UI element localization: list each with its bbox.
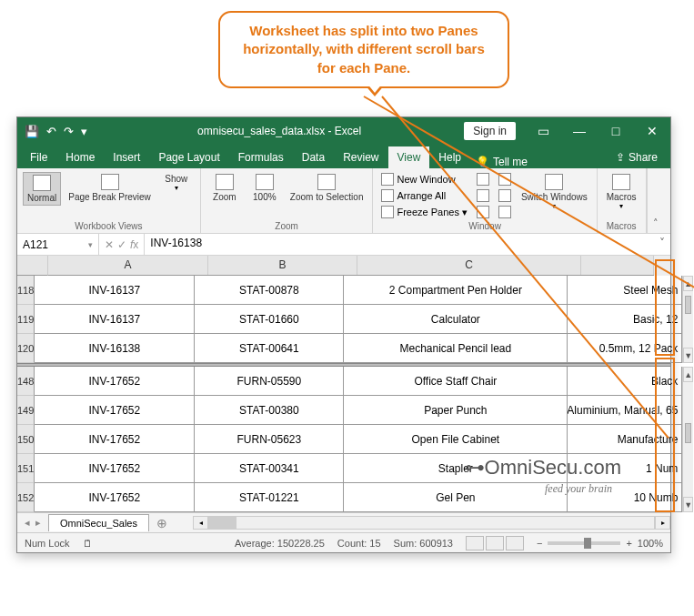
close-button[interactable]: ✕ [634, 117, 670, 145]
scroll-left-icon[interactable]: ◂ [193, 516, 208, 530]
add-sheet-icon[interactable]: ⊕ [149, 516, 175, 530]
minimize-button[interactable]: — [561, 117, 598, 145]
cell[interactable]: Steel Mesh [568, 276, 682, 304]
normal-view-button[interactable]: Normal [23, 172, 61, 206]
cell[interactable]: Paper Punch [344, 396, 568, 424]
cell[interactable]: Basic, 12 [568, 305, 682, 333]
tab-data[interactable]: Data [293, 146, 334, 168]
row-header[interactable]: 149 [17, 396, 35, 425]
cell[interactable]: Gel Pen [344, 483, 568, 511]
row-header[interactable]: 151 [17, 454, 35, 483]
tab-file[interactable]: File [21, 146, 56, 168]
split-button[interactable] [474, 172, 492, 187]
cell[interactable]: Manufacture [568, 425, 682, 453]
cell[interactable]: STAT-00341 [195, 454, 344, 482]
maximize-button[interactable]: □ [598, 117, 634, 145]
cell[interactable]: INV-17652 [35, 425, 195, 453]
scroll-thumb[interactable] [685, 423, 691, 443]
signin-button[interactable]: Sign in [464, 122, 516, 140]
page-break-view-icon[interactable] [506, 536, 524, 550]
scroll-thumb[interactable] [685, 296, 691, 314]
row-header[interactable]: 148 [17, 367, 35, 396]
cell[interactable]: STAT-01221 [195, 483, 344, 511]
tab-insert[interactable]: Insert [104, 146, 149, 168]
row-header[interactable]: 152 [17, 483, 35, 512]
scroll-up-icon[interactable]: ▲ [683, 367, 693, 382]
tab-view[interactable]: View [388, 146, 430, 168]
zoom-slider[interactable] [548, 541, 620, 545]
zoom-button[interactable]: Zoom [206, 172, 243, 204]
cell[interactable]: INV-16138 [35, 334, 195, 362]
cell[interactable]: STAT-01660 [195, 305, 344, 333]
macros-button[interactable]: Macros▾ [603, 172, 640, 212]
formula-input[interactable]: INV-16138 [145, 234, 654, 255]
qat-dropdown-icon[interactable]: ▾ [81, 125, 87, 138]
vertical-scrollbar-pane2[interactable]: ▲ ▼ [682, 367, 693, 512]
tab-pagelayout[interactable]: Page Layout [149, 146, 228, 168]
ribbon-options-icon[interactable]: ▭ [525, 117, 561, 145]
arrange-all-button[interactable]: Arrange All [378, 188, 469, 203]
zoom-in-icon[interactable]: + [626, 538, 631, 549]
cell[interactable]: INV-16137 [35, 276, 195, 304]
cell[interactable]: STAT-00380 [195, 396, 344, 424]
zoom-out-icon[interactable]: − [537, 538, 542, 549]
row-header[interactable]: 118 [17, 276, 35, 305]
tab-review[interactable]: Review [334, 146, 387, 168]
tab-home[interactable]: Home [56, 146, 104, 168]
normal-view-icon[interactable] [466, 536, 484, 550]
cells-pane1[interactable]: INV-16137STAT-008782 Compartment Pen Hol… [35, 276, 682, 363]
save-icon[interactable]: 💾 [25, 125, 39, 138]
cell[interactable]: Office Staff Chair [344, 367, 568, 395]
collapse-ribbon-icon[interactable]: ˄ [647, 168, 664, 233]
hscroll-thumb[interactable] [209, 517, 236, 529]
tab-help[interactable]: Help [429, 146, 470, 168]
cell[interactable]: Black [568, 367, 682, 395]
row-header[interactable]: 120 [17, 334, 35, 363]
accessibility-icon[interactable]: 🗒 [83, 538, 93, 549]
zoom-control[interactable]: − + 100% [537, 538, 663, 549]
scroll-right-icon[interactable]: ▸ [655, 516, 670, 530]
scroll-down-icon[interactable]: ▼ [683, 348, 693, 363]
name-box[interactable]: A121▾ [17, 234, 99, 255]
cell[interactable]: Mechanical Pencil lead [344, 334, 568, 362]
share-button[interactable]: ⇪Share [607, 146, 667, 168]
sheet-tab[interactable]: OmniSecu_Sales [48, 514, 149, 531]
tab-formulas[interactable]: Formulas [229, 146, 293, 168]
horizontal-scrollbar[interactable]: ◂ ▸ [193, 516, 670, 530]
freeze-panes-button[interactable]: Freeze Panes ▾ [378, 205, 469, 219]
cell[interactable]: FURN-05590 [195, 367, 344, 395]
enter-fx-icon[interactable]: ✓ [117, 238, 126, 251]
cell[interactable]: Open File Cabinet [344, 425, 568, 453]
fx-icon[interactable]: fx [130, 238, 138, 251]
cell[interactable]: STAT-00878 [195, 276, 344, 304]
undo-icon[interactable]: ↶ [46, 125, 56, 138]
redo-icon[interactable]: ↷ [64, 125, 74, 138]
cell[interactable]: STAT-00641 [195, 334, 344, 362]
zoom-percent[interactable]: 100% [638, 538, 663, 549]
cell[interactable]: INV-17652 [35, 367, 195, 395]
cell[interactable]: INV-17652 [35, 454, 195, 482]
page-break-preview-button[interactable]: Page Break Preview [65, 172, 155, 204]
expand-formula-icon[interactable]: ˅ [654, 234, 670, 255]
zoom-100-button[interactable]: 100% [246, 172, 283, 204]
row-header[interactable]: 119 [17, 305, 35, 334]
zoom-knob[interactable] [584, 538, 591, 549]
page-layout-icon[interactable] [486, 536, 504, 550]
cell[interactable]: Aluminium, Manual, 65 [568, 396, 682, 424]
cell[interactable]: INV-17652 [35, 483, 195, 511]
cell[interactable]: INV-17652 [35, 396, 195, 424]
zoom-selection-button[interactable]: Zoom to Selection [287, 172, 367, 204]
cancel-fx-icon[interactable]: ✕ [105, 238, 114, 251]
col-header[interactable]: A [48, 256, 208, 275]
sync-scroll-button[interactable] [496, 188, 514, 203]
vertical-scrollbar-pane1[interactable]: ▲ ▼ [682, 276, 693, 363]
next-sheet-icon[interactable]: ▸ [35, 517, 41, 529]
row-header[interactable]: 150 [17, 425, 35, 454]
prev-sheet-icon[interactable]: ◂ [25, 517, 30, 529]
select-all-corner[interactable] [17, 256, 48, 276]
show-button[interactable]: Show▾ [158, 172, 195, 194]
cell[interactable]: Calculator [344, 305, 568, 333]
col-header[interactable]: C [357, 256, 581, 275]
hide-button[interactable] [474, 188, 492, 203]
cell[interactable]: INV-16137 [35, 305, 195, 333]
